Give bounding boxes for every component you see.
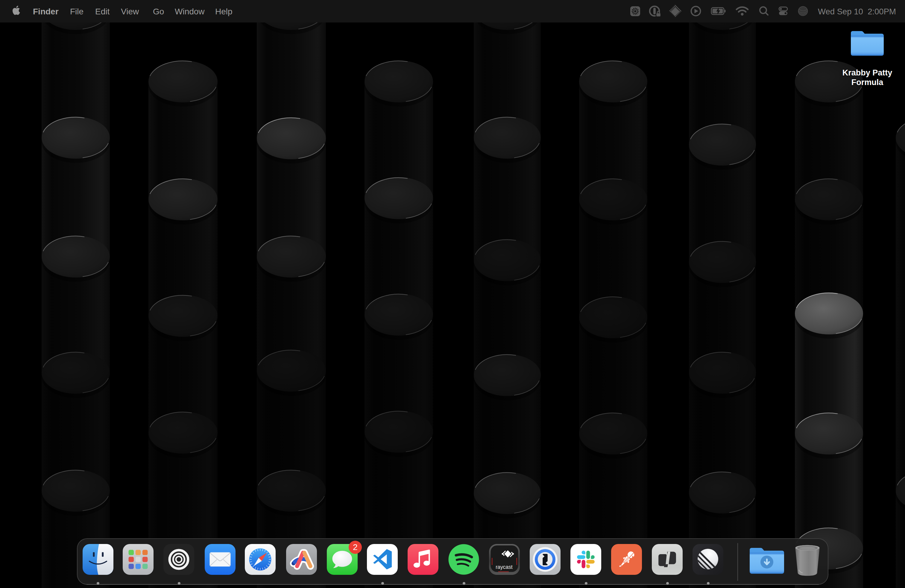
svg-text:raycast: raycast <box>495 564 513 570</box>
